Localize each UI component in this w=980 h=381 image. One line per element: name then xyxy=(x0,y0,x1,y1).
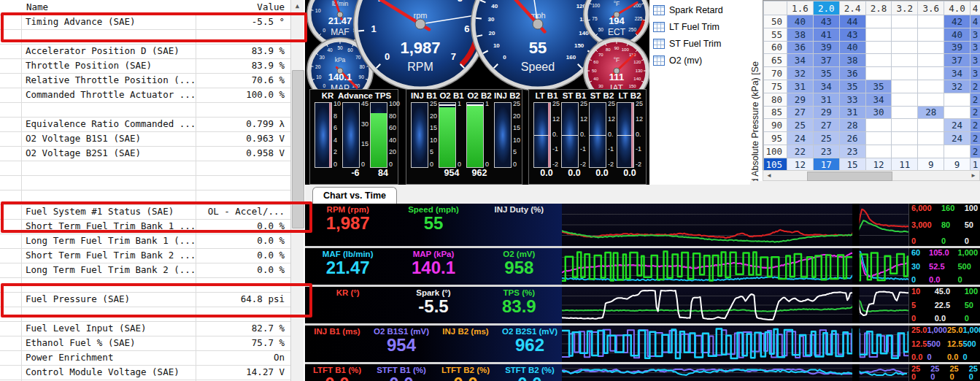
map-cell[interactable]: 12 xyxy=(787,158,813,171)
map-cell[interactable]: 9 xyxy=(918,158,944,171)
map-cell[interactable]: 3 xyxy=(970,41,980,54)
map-cell[interactable] xyxy=(892,106,918,119)
table-row[interactable]: Long Term Fuel Trim Bank 2 (...0.0 % xyxy=(0,263,290,278)
map-cell[interactable]: 29 xyxy=(787,93,813,106)
trace-area[interactable] xyxy=(562,326,909,362)
table-row[interactable] xyxy=(0,102,290,118)
map-row-header[interactable]: 50 xyxy=(764,15,787,28)
map-row-header[interactable]: 85 xyxy=(764,106,787,119)
map-cell[interactable]: 17 xyxy=(813,158,839,171)
map-row-header[interactable]: 105 xyxy=(764,158,787,171)
map-col-header[interactable]: 3.2 xyxy=(892,1,918,15)
map-cell[interactable] xyxy=(892,41,918,54)
map-cell[interactable] xyxy=(944,145,971,158)
map-cell[interactable] xyxy=(892,67,918,80)
legend-item-spark-retard[interactable]: Spark Retard xyxy=(649,1,750,18)
map-cell[interactable] xyxy=(918,41,944,54)
map-cell[interactable]: 38 xyxy=(839,54,865,67)
map-cell[interactable]: 42 xyxy=(944,15,971,28)
map-cell[interactable]: 24 xyxy=(787,132,813,145)
map-col-header[interactable]: 3.6 xyxy=(918,1,944,15)
map-cell[interactable] xyxy=(865,41,892,54)
map-cell[interactable]: 34 xyxy=(944,67,971,80)
map-cell[interactable]: 39 xyxy=(813,41,839,54)
map-cell[interactable]: 38 xyxy=(787,28,813,41)
legend-item-lt-fuel-trim[interactable]: LT Fuel Trim xyxy=(649,18,750,35)
map-cell[interactable] xyxy=(918,28,944,41)
map-row-header[interactable]: 95 xyxy=(764,132,787,145)
map-row-header[interactable]: 70 xyxy=(764,67,787,80)
map-cell[interactable]: 30 xyxy=(865,106,892,119)
map-cell[interactable] xyxy=(918,93,944,106)
scroll-right-icon[interactable]: ► xyxy=(968,171,979,180)
map-row-header[interactable]: 90 xyxy=(764,119,787,132)
map-cell[interactable]: 2 xyxy=(970,93,980,106)
map-cell[interactable]: 35 xyxy=(813,67,839,80)
map-cell[interactable]: 34 xyxy=(813,80,839,93)
map-cell[interactable] xyxy=(918,132,944,145)
map-cell[interactable]: 40 xyxy=(787,15,813,28)
table-row[interactable]: Ethanol Fuel % (SAE)75.7 % xyxy=(0,336,290,351)
table-row[interactable]: Accelerator Position D (SAE)83.9 % xyxy=(0,44,290,59)
map-cell[interactable]: 37 xyxy=(944,54,971,67)
pid-table-scrollbar[interactable]: ▲ xyxy=(290,0,304,381)
map-cell[interactable] xyxy=(865,67,892,80)
table-row[interactable]: O2 Voltage B2S1 (SAE)0.958 V xyxy=(0,146,290,161)
map-cell[interactable]: 25 xyxy=(787,119,813,132)
map-cell[interactable]: 32 xyxy=(787,67,813,80)
table-row[interactable]: Power EnrichmentOn xyxy=(0,350,290,366)
map-col-header[interactable]: 2.0 xyxy=(813,1,839,15)
table-row[interactable]: Control Module Voltage (SAE)14.27 V xyxy=(0,365,290,380)
map-cell[interactable]: 31 xyxy=(813,93,839,106)
map-cell[interactable]: 12 xyxy=(865,158,892,171)
map-cell[interactable]: 25 xyxy=(813,132,839,145)
map-cell[interactable]: 23 xyxy=(839,145,865,158)
table-row[interactable]: Relative Throttle Position (...70.6 % xyxy=(0,73,290,88)
table-row[interactable]: Short Term Fuel Trim Bank 2 ...0.0 % xyxy=(0,248,290,263)
map-cell[interactable] xyxy=(865,145,892,158)
map-cell[interactable] xyxy=(865,132,892,145)
map-cell[interactable]: 2 xyxy=(970,106,980,119)
map-row-header[interactable]: 75 xyxy=(764,80,787,93)
map-row-header[interactable]: 100 xyxy=(764,145,787,158)
map-col-header[interactable]: 2.4 xyxy=(839,1,865,15)
table-row[interactable] xyxy=(0,175,290,190)
map-row-header[interactable]: 55 xyxy=(764,28,787,41)
map-cell[interactable]: 2 xyxy=(970,145,980,158)
map-cell[interactable]: 36 xyxy=(787,41,813,54)
map-cell[interactable]: 27 xyxy=(813,119,839,132)
map-row-header[interactable]: 65 xyxy=(764,54,787,67)
map-cell[interactable]: 35 xyxy=(865,80,892,93)
map-cell[interactable]: 34 xyxy=(865,93,892,106)
scroll-left-icon[interactable]: ◄ xyxy=(763,171,775,180)
tab-chart-vs-time[interactable]: Chart vs. Time xyxy=(312,187,397,204)
map-cell[interactable] xyxy=(944,93,971,106)
map-col-header[interactable]: 1.6 xyxy=(787,1,813,15)
map-cell[interactable]: 28 xyxy=(839,119,865,132)
map-cell[interactable]: 37 xyxy=(813,54,839,67)
map-cell[interactable]: 43 xyxy=(813,15,839,28)
map-table-scrollbar[interactable]: ◄ ► xyxy=(763,170,980,181)
map-cell[interactable]: 29 xyxy=(813,106,839,119)
map-cell[interactable] xyxy=(865,119,892,132)
map-cell[interactable]: 23 xyxy=(813,145,839,158)
map-col-header[interactable]: 4.0 xyxy=(944,1,971,15)
map-cell[interactable] xyxy=(892,80,918,93)
map-cell[interactable]: 24 xyxy=(944,119,971,132)
map-cell[interactable]: 27 xyxy=(787,106,813,119)
map-cell[interactable]: 44 xyxy=(839,15,865,28)
map-cell[interactable]: 11 xyxy=(892,158,918,171)
table-row[interactable]: Long Term Fuel Trim Bank 1 (...0.0 % xyxy=(0,234,290,249)
map-cell[interactable] xyxy=(865,28,892,41)
map-cell[interactable]: 2 xyxy=(970,80,980,93)
scrollbar-thumb[interactable] xyxy=(807,172,892,181)
map-cell[interactable]: 26 xyxy=(839,132,865,145)
map-cell[interactable]: 3 xyxy=(970,54,980,67)
map-row-header[interactable]: 60 xyxy=(764,41,787,54)
map-cell[interactable] xyxy=(892,93,918,106)
legend-item-st-fuel-trim[interactable]: ST Fuel Trim xyxy=(649,35,750,52)
map-cell[interactable] xyxy=(918,15,944,28)
map-cell[interactable]: 40 xyxy=(839,41,865,54)
map-cell[interactable]: 39 xyxy=(944,41,971,54)
map-cell[interactable] xyxy=(892,28,918,41)
